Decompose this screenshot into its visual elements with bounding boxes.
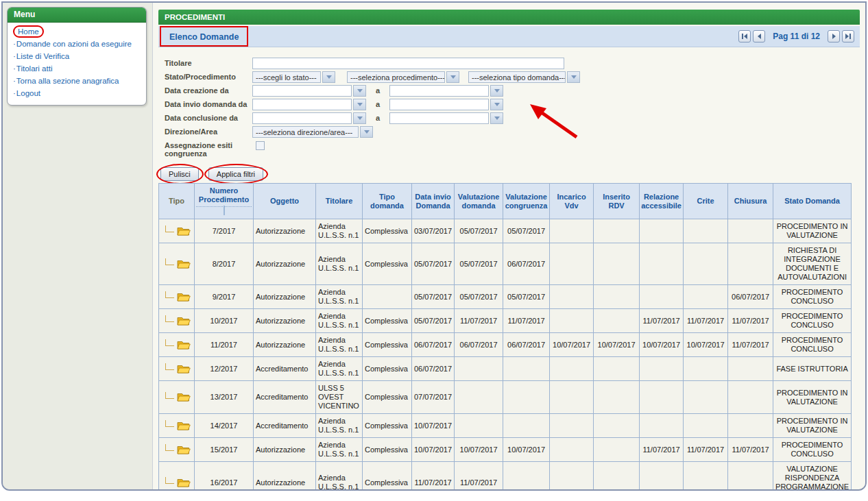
folder-icon[interactable] (177, 478, 191, 488)
cell-incarico_vdv (550, 357, 594, 381)
cell-incarico_vdv (550, 243, 594, 285)
sidebar-link[interactable]: Titolari atti (16, 64, 53, 73)
data-invio-a-input[interactable] (389, 99, 503, 110)
column-header-valutazione_domanda[interactable]: Valutazione domanda (455, 184, 503, 219)
column-header-data_invio[interactable]: Data invio Domanda (412, 184, 455, 219)
cell-tipo_domanda: Complessiva (363, 462, 412, 491)
cell-tipo_domanda: Complessiva (363, 333, 412, 357)
cell-titolare: Azienda U.L.S.S. n.1 (316, 414, 363, 438)
cell-numero: 16/2017 (195, 462, 254, 491)
pulisci-button[interactable]: Pulisci (160, 167, 199, 181)
chevron-down-icon[interactable] (360, 126, 373, 138)
folder-icon[interactable] (177, 259, 191, 269)
stato-select[interactable]: ---scegli lo stato--- (252, 71, 335, 83)
sidebar-item-titolari-atti[interactable]: ·Titolari atti (13, 62, 141, 75)
cell-oggetto: Autorizzazione (254, 243, 316, 285)
data-creazione-a-input[interactable] (389, 85, 503, 97)
chevron-down-icon[interactable] (322, 71, 335, 83)
column-header-relazione_accessibile[interactable]: Relazione accessibile (640, 184, 684, 219)
next-page-button[interactable] (828, 30, 840, 42)
calendar-dropdown-icon[interactable] (353, 85, 366, 97)
range-a-label: a (376, 114, 380, 122)
tab-elenco-domande[interactable]: Elenco Domande (169, 32, 239, 42)
domande-table: TipoNumero ProcedimentoOggettoTitolareTi… (158, 183, 852, 491)
last-page-button[interactable] (842, 30, 854, 42)
folder-icon[interactable] (177, 392, 191, 402)
titolare-input[interactable] (252, 58, 564, 69)
column-header-stato[interactable]: Stato Domanda (773, 184, 852, 219)
column-header-crite[interactable]: Crite (684, 184, 728, 219)
cell-stato: VALUTAZIONE RISPONDENZA PROGRAMMAZIONE I… (773, 462, 852, 491)
folder-icon[interactable] (177, 292, 191, 302)
sidebar-item-domande-con-azioni-da-eseguire[interactable]: ·Domande con azioni da eseguire (13, 38, 141, 50)
sidebar-link[interactable]: Liste di Verifica (16, 52, 69, 60)
sidebar-item-liste-di-verifica[interactable]: ·Liste di Verifica (13, 50, 141, 62)
sidebar-item-logout[interactable]: ·Logout (13, 87, 141, 99)
cell-valutazione_domanda: 06/07/2017 (455, 333, 503, 357)
column-header-label: Incarico Vdv (557, 193, 586, 210)
cell-numero: 11/2017 (195, 333, 254, 357)
cell-chiusura: 11/07/2017 (728, 438, 773, 462)
folder-icon[interactable] (177, 364, 191, 374)
column-header-oggetto[interactable]: Oggetto (254, 184, 316, 219)
cell-valutazione_domanda (455, 381, 503, 414)
column-header-tipo_domanda[interactable]: Tipo domanda (363, 184, 412, 219)
calendar-dropdown-icon[interactable] (353, 99, 366, 110)
cell-crite: 10/07/2017 (684, 333, 728, 357)
cell-numero: 13/2017 (195, 381, 254, 414)
data-invio-da-input[interactable] (252, 99, 366, 110)
sidebar-item-home[interactable]: Home (13, 25, 141, 38)
cell-valutazione_domanda: 05/07/2017 (455, 219, 503, 243)
tipo-domanda-select[interactable]: ---seleziona tipo domanda--- (468, 71, 580, 83)
direzione-area-select[interactable]: ---seleziona direzione/area--- (252, 126, 373, 138)
applica-filtri-button[interactable]: Applica filtri (208, 167, 263, 181)
chevron-down-icon[interactable] (446, 71, 459, 83)
assegnazione-esiti-checkbox[interactable] (256, 141, 265, 150)
cell-inserito_rdv (594, 243, 640, 285)
cell-tipo_domanda: Complessiva (363, 219, 412, 243)
column-header-chiusura[interactable]: Chiusura (728, 184, 773, 219)
data-creazione-da-input[interactable] (252, 85, 366, 97)
sidebar-link[interactable]: Logout (16, 89, 40, 97)
tree-branch-icon (165, 477, 174, 484)
folder-icon[interactable] (177, 340, 191, 350)
sidebar-link[interactable]: Domande con azioni da eseguire (16, 40, 132, 48)
cell-incarico_vdv (550, 285, 594, 309)
calendar-dropdown-icon[interactable] (490, 99, 503, 110)
cell-inserito_rdv (594, 309, 640, 333)
cell-titolare: Azienda U.L.S.S. n.1 (316, 438, 363, 462)
folder-icon[interactable] (177, 421, 191, 431)
folder-icon[interactable] (177, 226, 191, 236)
cell-crite (684, 285, 728, 309)
first-page-button[interactable] (738, 30, 751, 42)
chevron-down-icon[interactable] (567, 71, 580, 83)
cell-valutazione_domanda (455, 414, 503, 438)
data-conclusione-da-input[interactable] (252, 112, 366, 124)
tipo-cell (159, 219, 195, 243)
column-header-titolare[interactable]: Titolare (316, 184, 363, 219)
cell-valutazione_congruenza (503, 357, 550, 381)
sidebar-link[interactable]: Torna alla sezione anagrafica (16, 77, 119, 85)
column-header-inserito_rdv[interactable]: Inserito RDV (594, 184, 640, 219)
folder-icon[interactable] (177, 316, 191, 326)
cell-chiusura (728, 357, 773, 381)
folder-icon[interactable] (177, 445, 191, 455)
assegnazione-esiti-label: Assegnazione esiti congruenza (165, 140, 252, 158)
last-page-icon (845, 34, 849, 39)
procedimento-select[interactable]: ---seleziona procedimento--- (347, 71, 459, 83)
sort-ascending-icon[interactable] (224, 206, 225, 215)
prev-page-button[interactable] (753, 30, 765, 42)
cell-numero: 7/2017 (195, 219, 254, 243)
column-header-numero[interactable]: Numero Procedimento (195, 184, 254, 219)
data-conclusione-a-input[interactable] (389, 112, 503, 124)
column-header-valutazione_congruenza[interactable]: Valutazione congruenza (503, 184, 550, 219)
calendar-dropdown-icon[interactable] (490, 112, 503, 124)
sidebar-item-torna-alla-sezione-anagrafica[interactable]: ·Torna alla sezione anagrafica (13, 75, 141, 87)
cell-relazione_accessibile (640, 285, 684, 309)
column-header-incarico_vdv[interactable]: Incarico Vdv (550, 184, 594, 219)
cell-stato: PROCEDIMENTO CONCLUSO (773, 333, 852, 357)
calendar-dropdown-icon[interactable] (353, 112, 366, 124)
annotation-box-home-link[interactable]: Home (13, 25, 44, 38)
calendar-dropdown-icon[interactable] (490, 85, 503, 97)
table-row: 15/2017AutorizzazioneAzienda U.L.S.S. n.… (159, 438, 852, 462)
